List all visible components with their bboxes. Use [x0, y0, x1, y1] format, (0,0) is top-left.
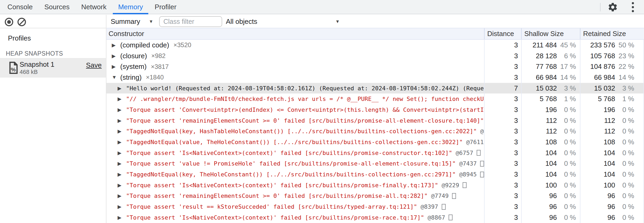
- retained-size-percent: 0 %: [615, 159, 634, 168]
- object-id: @7437: [459, 160, 477, 167]
- tab-memory[interactable]: Memory: [112, 0, 149, 14]
- class-filter-input[interactable]: [159, 16, 222, 27]
- table-row[interactable]: ▶"Torque assert 'Is<NativeContext>(conte…: [106, 180, 644, 191]
- table-row[interactable]: ▶(closure)×982328 1286 %105 76823 %: [106, 51, 644, 61]
- retained-size-value: 15 032: [594, 84, 615, 92]
- distance-cell: 3: [484, 180, 521, 191]
- distance-cell: 3: [484, 51, 521, 61]
- distance-cell: 3: [484, 104, 521, 115]
- distance-cell: 3: [484, 126, 521, 137]
- table-row[interactable]: ▶"Torque assert 'remainingElementsCount …: [106, 115, 644, 126]
- chevron-right-icon[interactable]: ▶: [112, 53, 120, 59]
- shallow-size-value: 96: [549, 192, 557, 200]
- clear-profiles-icon[interactable]: [17, 18, 26, 26]
- table-row[interactable]: ▶"// .wrangler/tmp/bundle-FmNIt0/checked…: [106, 93, 644, 104]
- chevron-right-icon[interactable]: ▶: [118, 107, 126, 113]
- constructor-cell: ▶"// .wrangler/tmp/bundle-FmNIt0/checked…: [106, 93, 484, 104]
- chevron-right-icon[interactable]: ▶: [118, 171, 126, 177]
- string-value: "Torque assert 'Convert<uintptr>(endInde…: [126, 106, 484, 113]
- unknown-glyph-icon: [480, 172, 484, 177]
- shallow-size-cell: 66 98414 %: [521, 72, 580, 83]
- table-row[interactable]: ▶"Torque assert 'remainingElementsCount …: [106, 191, 644, 202]
- retained-size-cell: 5 7681 %: [580, 93, 644, 104]
- chevron-right-icon[interactable]: ▶: [118, 150, 126, 156]
- constructor-cell: ▶"Torque assert 'result == kStoreSuccede…: [106, 201, 484, 212]
- chevron-right-icon[interactable]: ▶: [118, 96, 126, 102]
- grid-body: ▶(compiled code)×35203211 48445 %233 576…: [106, 40, 644, 223]
- retained-size-cell: 1040 %: [580, 148, 644, 158]
- column-header-distance[interactable]: Distance: [484, 28, 521, 39]
- chevron-right-icon[interactable]: ▶: [118, 128, 126, 134]
- more-options-kebab-icon[interactable]: [632, 2, 634, 12]
- panel-tab-strip: ConsoleSourcesNetworkMemoryProfiler: [0, 0, 644, 14]
- distance-cell: 3: [484, 191, 521, 202]
- tab-network[interactable]: Network: [75, 0, 112, 14]
- chevron-right-icon[interactable]: ▶: [118, 139, 126, 145]
- objects-scope-select[interactable]: All objects ▼: [226, 15, 340, 28]
- column-header-retained-size[interactable]: Retained Size: [580, 28, 644, 39]
- chevron-right-icon[interactable]: ▶: [118, 204, 126, 210]
- shallow-size-percent: 0 %: [557, 117, 576, 125]
- record-heap-snapshot-icon[interactable]: [5, 18, 13, 26]
- chevron-right-icon[interactable]: ▶: [118, 182, 126, 188]
- tab-sources[interactable]: Sources: [38, 0, 75, 14]
- retained-size-value: 104: [604, 149, 615, 157]
- tab-profiler[interactable]: Profiler: [149, 0, 182, 14]
- shallow-size-value: 112: [546, 117, 557, 125]
- retained-size-cell: 960 %: [580, 201, 644, 212]
- retained-size-value: 105 768: [590, 52, 615, 60]
- table-row[interactable]: ▶(compiled code)×35203211 48445 %233 576…: [106, 40, 644, 51]
- shallow-size-value: 96: [549, 203, 557, 211]
- object-id: @7749: [431, 193, 449, 199]
- tab-console[interactable]: Console: [2, 0, 38, 14]
- table-row[interactable]: ▶"Torque assert 'result == kStoreSuccede…: [106, 201, 644, 212]
- shallow-size-cell: 1000 %: [521, 180, 580, 191]
- retained-size-value: 104 876: [590, 63, 615, 71]
- chevron-right-icon[interactable]: ▶: [112, 42, 120, 48]
- column-header-shallow-size[interactable]: Shallow Size: [521, 28, 580, 39]
- table-row[interactable]: ▶"TaggedNotEqual(key, HashTableHoleConst…: [106, 126, 644, 137]
- retained-size-value: 112: [604, 117, 615, 125]
- chevron-right-icon[interactable]: ▶: [118, 160, 126, 167]
- string-value: "TaggedNotEqual(key, HashTableHoleConsta…: [126, 128, 477, 135]
- table-row[interactable]: ▶"TaggedNotEqual(value, TheHoleConstant(…: [106, 137, 644, 148]
- constructor-cell: ▶"Torque assert 'Is<NativeContext>(conte…: [106, 148, 484, 158]
- chevron-down-icon[interactable]: ▼: [112, 74, 120, 80]
- retained-size-cell: 105 76823 %: [580, 51, 644, 61]
- chevron-right-icon[interactable]: ▶: [118, 215, 126, 221]
- settings-gear-icon[interactable]: [607, 2, 618, 12]
- shallow-size-cell: 1040 %: [521, 158, 580, 169]
- retained-size-value: 5 768: [598, 95, 615, 103]
- shallow-size-percent: 0 %: [557, 192, 576, 200]
- table-row[interactable]: ▶"Torque assert 'Convert<uintptr>(endInd…: [106, 104, 644, 115]
- constructor-name: (system): [120, 63, 147, 71]
- table-row[interactable]: ▶"TaggedNotEqual(key, TheHoleConstant())…: [106, 169, 644, 180]
- table-row[interactable]: ▶(system)×3817377 76817 %104 87622 %: [106, 61, 644, 72]
- retained-size-percent: 0 %: [615, 149, 634, 157]
- table-row[interactable]: ▶"Hello world! (Requested at: 2024-08-19…: [106, 83, 644, 94]
- shallow-size-cell: 1960 %: [521, 104, 580, 115]
- object-id: @8867: [428, 214, 445, 221]
- snapshot-size: 468 kB: [20, 69, 38, 75]
- chevron-right-icon[interactable]: ▶: [112, 64, 120, 70]
- table-row[interactable]: ▶"Torque assert 'Is<NativeContext>(conte…: [106, 212, 644, 223]
- column-header-constructor[interactable]: Constructor: [106, 28, 484, 39]
- string-value: "Torque assert 'Is<NativeContext>(contex…: [126, 182, 438, 189]
- shallow-size-cell: 1080 %: [521, 137, 580, 148]
- constructor-cell: ▶"TaggedNotEqual(key, HashTableHoleConst…: [106, 126, 484, 137]
- retained-size-percent: 0 %: [615, 192, 634, 200]
- distance-cell: 3: [484, 115, 521, 126]
- string-value: "Torque assert 'Is<NativeContext>(contex…: [126, 150, 452, 156]
- save-snapshot-link[interactable]: Save: [86, 61, 102, 69]
- perspective-select[interactable]: Summary ▼: [111, 15, 158, 28]
- string-value: "Torque assert 'value != PromiseHole' fa…: [126, 160, 456, 167]
- table-row[interactable]: ▶"Torque assert 'value != PromiseHole' f…: [106, 158, 644, 169]
- retained-size-cell: 104 87622 %: [580, 61, 644, 72]
- chevron-right-icon[interactable]: ▶: [118, 118, 126, 124]
- snapshot-list-item[interactable]: % Snapshot 1 468 kB Save: [0, 58, 106, 78]
- table-row[interactable]: ▼(string)×1840366 98414 %66 98414 %: [106, 72, 644, 83]
- chevron-right-icon[interactable]: ▶: [118, 85, 126, 91]
- chevron-right-icon[interactable]: ▶: [118, 193, 126, 199]
- table-row[interactable]: ▶"Torque assert 'Is<NativeContext>(conte…: [106, 148, 644, 158]
- retained-size-value: 96: [607, 203, 615, 211]
